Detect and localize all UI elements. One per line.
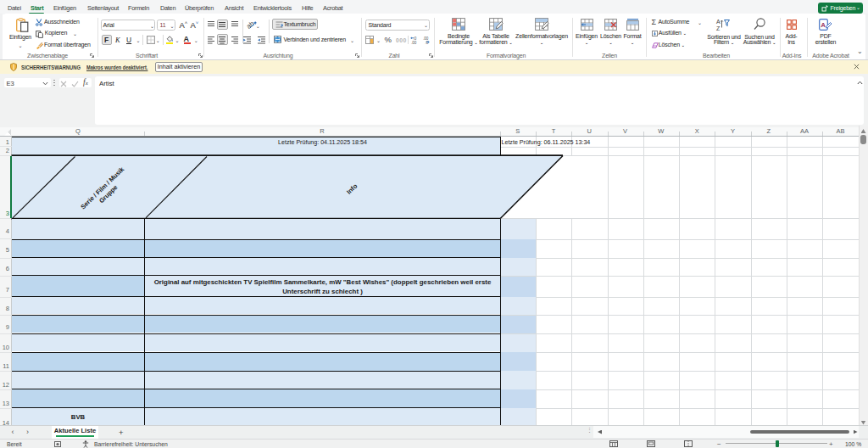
- svg-text:ab: ab: [245, 20, 256, 31]
- svg-text:A: A: [821, 21, 826, 29]
- svg-text:Z: Z: [716, 25, 721, 31]
- svg-text:A: A: [716, 19, 721, 25]
- svg-text:.00: .00: [411, 41, 417, 45]
